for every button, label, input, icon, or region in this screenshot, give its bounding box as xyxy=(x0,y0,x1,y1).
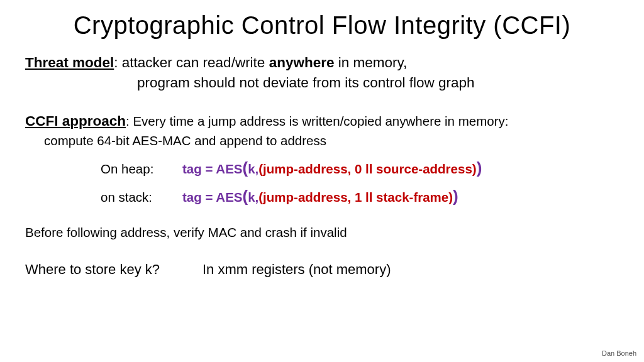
slide-title: Cryptographic Control Flow Integrity (CC… xyxy=(25,11,619,40)
threat-label: Threat model xyxy=(25,55,114,70)
heap-formula: On heap: tag = AES(k, (jump-address, 0 l… xyxy=(25,157,619,179)
ccfi-approach-line1: CCFI approach: Every time a jump address… xyxy=(25,112,619,131)
ccfi-label: CCFI approach xyxy=(25,113,126,129)
ccfi-text-1: : Every time a jump address is written/c… xyxy=(126,114,508,128)
heap-k: k, xyxy=(248,160,258,178)
storage-answer: In xmm registers (not memory) xyxy=(203,261,391,277)
threat-text-1c: in memory, xyxy=(334,55,407,70)
stack-close-paren: ) xyxy=(453,185,458,207)
threat-model-line2: program should not deviate from its cont… xyxy=(25,74,619,92)
stack-k: k, xyxy=(248,189,258,206)
verify-line: Before following address, verify MAC and… xyxy=(25,224,619,241)
stack-tag-aes: tag = AES xyxy=(182,189,243,206)
threat-model-line1: Threat model: attacker can read/write an… xyxy=(25,53,619,72)
stack-location: on stack: xyxy=(101,189,182,206)
storage-question: Where to store key k? xyxy=(25,261,160,277)
stack-open-paren: ( xyxy=(243,185,248,207)
author-footer: Dan Boneh xyxy=(602,349,636,357)
stack-formula: on stack: tag = AES(k, (jump-address, 1 … xyxy=(25,185,619,207)
stack-args: (jump-address, 1 ll stack-frame) xyxy=(258,189,453,206)
ccfi-approach-line2: compute 64-bit AES-MAC and append to add… xyxy=(25,132,619,150)
heap-open-paren: ( xyxy=(243,157,248,179)
heap-tag-aes: tag = AES xyxy=(182,160,243,178)
threat-text-1a: : attacker can read/write xyxy=(114,55,269,70)
threat-anywhere: anywhere xyxy=(269,55,335,70)
storage-line: Where to store key k?In xmm registers (n… xyxy=(25,260,619,279)
heap-args: (jump-address, 0 ll source-address) xyxy=(258,160,476,178)
heap-location: On heap: xyxy=(101,160,182,178)
slide-body: Threat model: attacker can read/write an… xyxy=(25,53,619,278)
heap-close-paren: ) xyxy=(477,157,482,179)
